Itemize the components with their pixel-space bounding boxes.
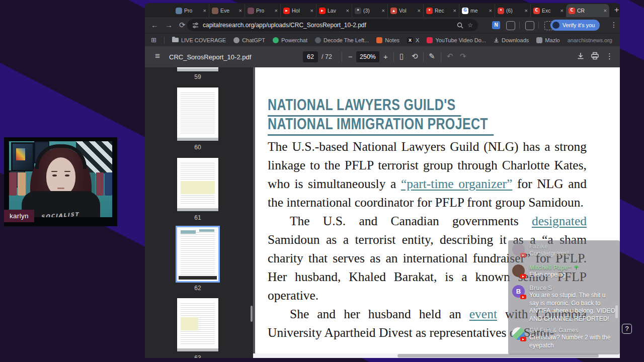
browser-tab[interactable]: Eve× [209,4,245,17]
page-total: / 72 [321,53,332,60]
undo-icon[interactable]: ↶ [447,52,453,61]
redo-icon[interactable]: ↷ [460,52,466,61]
address-bar[interactable]: capitalresearch.org/app/uploads/CRC_Soro… [187,19,478,31]
tab-close-icon[interactable]: × [418,8,421,14]
tab-close-icon[interactable]: × [453,8,456,14]
pdf-divider [423,52,424,62]
site-icon [315,37,321,43]
bookmark-youtube-video-downloader[interactable]: YouTube Video Do... [427,37,486,43]
bookmark-decode-the-left[interactable]: Decode The Left... [315,37,369,43]
zoom-icon[interactable] [457,22,463,29]
chat-avatar [512,264,525,277]
bookmark-star-icon[interactable]: ☆ [467,22,473,29]
tab-favicon: ▲ [390,8,397,14]
browser-tab[interactable]: ▲Vol× [387,4,423,17]
wall-picture-frame [11,142,34,171]
site-icon [536,37,542,43]
thumbnail-page-60[interactable] [177,87,218,141]
browser-tab[interactable]: •Rec× [423,4,459,17]
tab-favicon: • [355,8,361,14]
tab-close-icon[interactable]: × [275,8,278,14]
sidebar-scrollbar-thumb[interactable] [251,306,253,322]
thumbnail-page-62-selected[interactable] [177,227,218,281]
extension-n-icon[interactable]: N [492,21,500,29]
chat-avatar: B [512,285,525,298]
verify-profile-button[interactable]: Verify it's you [550,20,600,31]
print-icon[interactable] [591,52,599,60]
browser-tab[interactable]: Pro× [173,4,209,17]
bookmark-chatgpt[interactable]: ChatGPT [233,37,265,43]
tab-close-icon[interactable]: × [203,8,206,14]
member-badge-icon [574,265,579,270]
doc-link-part-time-organizer[interactable]: “part-time organizer” [401,176,512,191]
site-settings-icon[interactable] [192,22,199,29]
chat-message: GV Fun & Games Crenshaw? Number 2 with t… [512,327,616,349]
thumbnail-label: 61 [145,214,251,221]
page-number-input[interactable]: 62 [303,51,318,62]
bookmark-x[interactable]: XX [407,37,419,43]
youtube-icon [427,37,433,43]
doc-link-event[interactable]: event [469,307,497,321]
bookmark-live-coverage[interactable]: LIVE COVERAGE [172,37,226,43]
browser-menu-icon[interactable]: ⋮ [610,21,617,29]
chatgpt-icon [233,37,239,43]
live-chat-overlay: Fazike Constergrams! Mitchell Pape~ Elle… [508,240,620,354]
tab-close-icon[interactable]: × [604,8,607,14]
browser-tab-active[interactable]: CCR× [566,4,609,17]
download-pdf-icon[interactable] [577,52,585,60]
horizontal-scrollbar-thumb[interactable] [397,354,599,357]
reload-icon[interactable]: ⟳ [179,21,186,30]
browser-tab[interactable]: ▶Hol× [280,4,316,17]
side-panel-icon[interactable] [506,21,515,30]
rotate-icon[interactable]: ⟲ [412,52,418,61]
help-button[interactable]: ? [622,324,632,334]
chat-avatar [512,243,525,256]
pdf-menu-icon[interactable]: ≡ [155,51,160,61]
toolbar-divider [538,22,539,29]
bookmark-notes[interactable]: Notes [376,37,399,43]
tab-close-icon[interactable]: × [382,8,385,14]
bookmark-anarchistnews[interactable]: anarchistnews.org [568,37,612,43]
apps-grid-icon[interactable]: ⊞ [151,36,156,44]
browser-tab[interactable]: Pro× [245,4,280,17]
tab-close-icon[interactable]: × [525,8,528,14]
tab-close-icon[interactable]: × [239,8,242,14]
back-icon[interactable]: ← [151,21,158,29]
thumbnail-page-61[interactable] [177,158,218,211]
browser-tab[interactable]: •(6)× [495,4,530,17]
bookmark-mazlo[interactable]: Mazlo [536,37,559,43]
doc-link-designated[interactable]: designated [532,214,587,228]
pdf-more-menu-icon[interactable]: ⋮ [606,52,613,61]
tab-close-icon[interactable]: × [310,8,313,14]
tab-close-icon[interactable]: × [560,8,564,14]
forward-icon[interactable]: → [165,21,173,29]
tab-favicon-youtube: ▶ [283,8,290,14]
browser-tab[interactable]: •(3)× [352,4,387,17]
thumbnail-page-59[interactable] [177,67,218,71]
bookmark-powerchat[interactable]: Powerchat [273,37,307,43]
thumbnail-page-63[interactable] [177,298,218,351]
tab-close-icon[interactable]: × [489,8,492,14]
chat-text: You are so stupid. The shit u say is mor… [529,292,616,323]
browser-tab[interactable]: ▶Lav× [316,4,352,17]
bookmark-downloads[interactable]: Downloads [494,37,529,43]
chat-scrollbar-thumb[interactable] [615,305,618,318]
browser-tab[interactable]: Gme× [459,4,495,17]
browser-tab[interactable]: CExc× [530,4,566,17]
extension-icon[interactable] [525,21,534,30]
url-text[interactable]: capitalresearch.org/app/uploads/CRC_Soro… [203,22,453,29]
fit-page-icon[interactable]: ▯ [399,52,404,61]
chat-avatar [512,327,525,340]
annotate-pen-icon[interactable]: ✎ [429,52,435,61]
tab-favicon: C [569,8,575,14]
zoom-level-input[interactable]: 250% [356,51,379,62]
thumbnail-label: 63 [145,354,251,358]
zoom-in-icon[interactable]: + [383,52,388,61]
pdf-divider [393,52,394,62]
folder-icon [172,38,179,42]
new-tab-button[interactable]: + [614,6,619,15]
paragraph: The U.S.-based National Lawyers Guild (N… [268,137,587,212]
tab-close-icon[interactable]: × [346,8,349,14]
zoom-out-icon[interactable]: − [348,52,353,61]
document-heading-line2: NATIONAL IMMIGRATION PROJECT [268,115,557,136]
